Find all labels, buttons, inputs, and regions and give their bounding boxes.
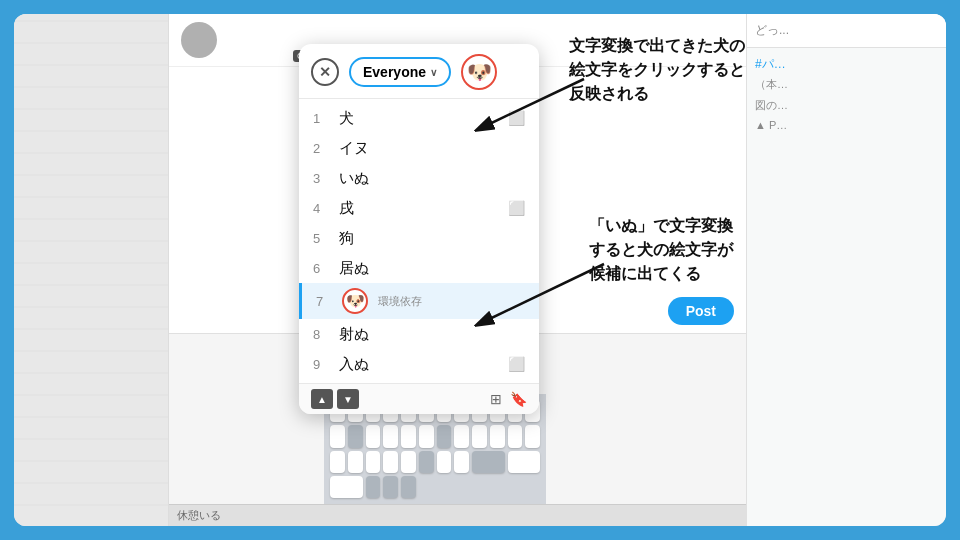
candidate-hint: 環境依存: [378, 294, 422, 309]
key: [454, 425, 469, 447]
candidate-num: 5: [313, 231, 331, 246]
key: [472, 451, 505, 473]
key: [437, 451, 452, 473]
candidate-num: 6: [313, 261, 331, 276]
ime-popup: ✕ Everyone ∨ 🐶 1 犬 ⬜ 2 イヌ: [299, 44, 539, 414]
ime-header: ✕ Everyone ∨ 🐶: [299, 44, 539, 99]
key: [508, 425, 523, 447]
trends-hint: どっ...: [755, 23, 789, 37]
candidate-item-7[interactable]: 7 🐶 環境依存: [299, 283, 539, 319]
grid-icon[interactable]: ⊞: [490, 391, 502, 407]
candidate-item-6[interactable]: 6 居ぬ: [299, 253, 539, 283]
candidate-item-8[interactable]: 8 射ぬ: [299, 319, 539, 349]
space-key: [508, 451, 541, 473]
sidebar-strip: [14, 14, 169, 526]
annotation-top: 文字変換で出てきた犬の絵文字をクリックすると反映される: [569, 34, 746, 106]
hashtag-1-sub2: 図の…: [755, 98, 938, 113]
key: [419, 451, 434, 473]
hashtag-1-sub: （本…: [755, 77, 938, 92]
candidate-text: いぬ: [339, 169, 525, 188]
key: [366, 451, 381, 473]
post-button[interactable]: Post: [668, 297, 734, 325]
annotation-top-text: 文字変換で出てきた犬の絵文字をクリックすると反映される: [569, 37, 745, 102]
sidebar-bg: [14, 14, 168, 526]
hashtag-2: ▲ P…: [755, 119, 938, 131]
key: [383, 425, 398, 447]
candidate-text: 入ぬ: [339, 355, 508, 374]
candidate-text: 居ぬ: [339, 259, 525, 278]
key: [366, 476, 381, 498]
key: [401, 425, 416, 447]
candidate-num: 8: [313, 327, 331, 342]
candidate-num: 1: [313, 111, 331, 126]
candidate-text: 狗: [339, 229, 525, 248]
arrow-down-button[interactable]: ▼: [337, 389, 359, 409]
key: [366, 425, 381, 447]
candidate-num: 4: [313, 201, 331, 216]
candidate-num: 9: [313, 357, 331, 372]
annotation-bottom: 「いぬ」で文字変換すると犬の絵文字が候補に出てくる: [589, 214, 746, 286]
compose-actions: Post: [668, 297, 734, 325]
key: [330, 425, 345, 447]
key: [401, 476, 416, 498]
candidate-num: 7: [316, 294, 334, 309]
hashtag-1[interactable]: #パ…: [755, 56, 938, 73]
key: [348, 451, 363, 473]
key: [383, 476, 398, 498]
candidate-item-5[interactable]: 5 狗: [299, 223, 539, 253]
ime-footer: ▲ ▼ ⊞ 🔖: [299, 383, 539, 414]
key: [383, 451, 398, 473]
candidate-text: 射ぬ: [339, 325, 525, 344]
status-text: 休憩いる: [177, 508, 221, 523]
key: [454, 451, 469, 473]
dog-emoji-avatar[interactable]: 🐶: [461, 54, 497, 90]
main-container: Post: [14, 14, 946, 526]
chevron-down-icon: ∨: [430, 67, 437, 78]
key: [330, 451, 345, 473]
candidate-text: イヌ: [339, 139, 525, 158]
key: [437, 425, 452, 447]
key: [419, 425, 434, 447]
close-button[interactable]: ✕: [311, 58, 339, 86]
key: [525, 425, 540, 447]
candidate-num: 3: [313, 171, 331, 186]
candidate-num: 2: [313, 141, 331, 156]
status-bar: 休憩いる: [169, 504, 746, 526]
audience-label: Everyone: [363, 64, 426, 80]
ime-candidate-list: 1 犬 ⬜ 2 イヌ 3 いぬ 4 戌 ⬜ 5: [299, 99, 539, 383]
key: [348, 425, 363, 447]
candidate-item-4[interactable]: 4 戌 ⬜: [299, 193, 539, 223]
annotation-bottom-text: 「いぬ」で文字変換すると犬の絵文字が候補に出てくる: [589, 217, 733, 282]
copy-icon[interactable]: ⬜: [508, 356, 525, 372]
key: [490, 425, 505, 447]
avatar: [181, 22, 217, 58]
dog-emoji-small: 🐶: [342, 288, 368, 314]
candidate-item-2[interactable]: 2 イヌ: [299, 133, 539, 163]
copy-icon[interactable]: ⬜: [508, 200, 525, 216]
candidate-item-3[interactable]: 3 いぬ: [299, 163, 539, 193]
audience-button[interactable]: Everyone ∨: [349, 57, 451, 87]
key: [330, 476, 363, 498]
candidate-item-1[interactable]: 1 犬 ⬜: [299, 103, 539, 133]
key: [472, 425, 487, 447]
candidate-text: 戌: [339, 199, 508, 218]
footer-arrows: ▲ ▼: [311, 389, 359, 409]
key: [401, 451, 416, 473]
candidate-item-9[interactable]: 9 入ぬ ⬜: [299, 349, 539, 379]
candidate-text: 犬: [339, 109, 508, 128]
copy-icon[interactable]: ⬜: [508, 110, 525, 126]
content-area: Post: [169, 14, 746, 526]
right-column: どっ... #パ… （本… 図の… ▲ P…: [746, 14, 946, 526]
arrow-up-button[interactable]: ▲: [311, 389, 333, 409]
bookmark-icon[interactable]: 🔖: [510, 391, 527, 407]
footer-icons: ⊞ 🔖: [490, 391, 527, 407]
